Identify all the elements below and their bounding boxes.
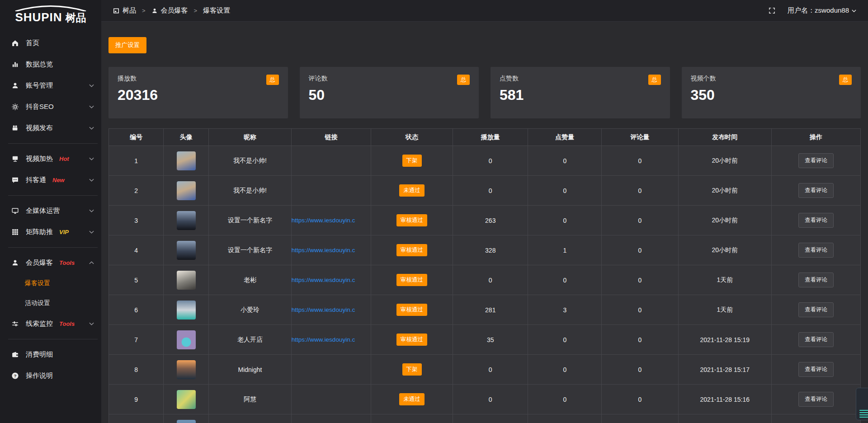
svg-text:?: ?	[14, 373, 16, 378]
video-link[interactable]: https://www.iesdouyin.c	[292, 277, 355, 283]
user-icon	[151, 8, 158, 14]
sidebar-item-consumption-detail[interactable]: 消费明细	[0, 344, 101, 365]
screen-icon	[11, 155, 19, 163]
breadcrumb-separator: >	[142, 7, 146, 14]
video-link[interactable]: https://www.iesdouyin.c	[292, 306, 355, 313]
menu-divider	[8, 143, 98, 144]
nickname: Midnight	[209, 355, 292, 385]
table-row: 2 我不是小帅! 未通过 0 0 0 20小时前 查看评论	[109, 176, 860, 206]
column-header-time: 发布时间	[679, 129, 772, 146]
column-header-comments: 评论量	[602, 129, 679, 146]
sidebar-item-account[interactable]: 账号管理	[0, 75, 101, 96]
chat-icon	[11, 176, 19, 184]
stat-value: 581	[500, 87, 661, 103]
comments-count: 0	[602, 265, 679, 295]
row-id	[109, 414, 164, 423]
status-badge: 未通过	[399, 184, 425, 197]
video-link[interactable]: https://www.iesdouyin.c	[292, 217, 355, 224]
column-header-link: 链接	[292, 129, 371, 146]
sidebar-item-clue-monitor[interactable]: 线索监控 Tools	[0, 313, 101, 334]
stat-label: 视频个数	[691, 75, 716, 83]
promo-settings-button[interactable]: 推广设置	[108, 37, 146, 53]
sidebar-item-douketong[interactable]: 抖客通 New	[0, 169, 101, 191]
nickname: 阿慧	[209, 385, 292, 414]
plays-count: 0	[453, 146, 528, 176]
fullscreen-icon[interactable]	[768, 7, 776, 14]
view-comments-button[interactable]: 查看评论	[798, 153, 834, 168]
row-id: 6	[109, 295, 164, 325]
nickname: 设置一个新名字	[209, 235, 292, 265]
view-comments-button[interactable]: 查看评论	[798, 213, 834, 228]
comments-count: 0	[602, 146, 679, 176]
view-comments-button[interactable]: 查看评论	[798, 183, 834, 198]
likes-count	[528, 414, 602, 423]
table-row: 8 Midnight 下架 0 0 0 2021-11-28 15:17 查看评…	[109, 355, 860, 385]
view-comments-button[interactable]: 查看评论	[798, 273, 834, 287]
view-comments-button[interactable]: 查看评论	[798, 362, 834, 377]
plays-count: 281	[453, 295, 528, 325]
publish-time: 2021-11-28 15:17	[679, 355, 772, 385]
avatar	[177, 330, 196, 349]
breadcrumb-item-member-baoke[interactable]: 会员爆客	[151, 6, 188, 15]
video-link[interactable]: https://www.iesdouyin.c	[292, 247, 355, 254]
publish-time: 20小时前	[679, 206, 772, 235]
table-header: 编号 头像 昵称 链接 状态 播放量 点赞量 评论量 发布时间 操作	[109, 129, 860, 146]
column-header-action: 操作	[772, 129, 860, 146]
sidebar-item-home[interactable]: 首页	[0, 33, 101, 54]
status-badge: 下架	[402, 363, 422, 376]
user-menu[interactable]: 用户名：zswodun88	[788, 6, 856, 15]
sidebar-item-video-publish[interactable]: 视频发布	[0, 118, 101, 139]
view-comments-button[interactable]: 查看评论	[798, 332, 834, 347]
likes-count: 0	[528, 355, 602, 385]
sidebar-subitem-activity-settings[interactable]: 活动设置	[0, 293, 101, 313]
avatar	[177, 181, 196, 200]
sidebar: SHUPIN 树品 首页 数据总览 账号管理 抖音SEO	[0, 0, 101, 423]
table-row: 9 阿慧 未通过 0 0 0 2021-11-28 15:16 查看评论	[109, 385, 860, 414]
video-camera-icon	[11, 124, 19, 132]
comments-count: 0	[602, 325, 679, 355]
sidebar-item-instructions[interactable]: ? 操作说明	[0, 365, 101, 386]
video-link[interactable]: https://www.iesdouyin.c	[292, 336, 355, 343]
table-row: 3 设置一个新名字 https://www.iesdouyin.c 审核通过 2…	[109, 206, 860, 235]
sidebar-item-data-overview[interactable]: 数据总览	[0, 54, 101, 75]
status-badge: 审核通过	[396, 214, 427, 226]
brand-name-en: SHUPIN	[15, 10, 62, 24]
view-comments-button[interactable]: 查看评论	[798, 243, 834, 258]
sidebar-item-video-heat[interactable]: 视频加热 Hot	[0, 148, 101, 169]
chevron-down-icon	[89, 322, 94, 325]
chat-widget[interactable]	[856, 388, 868, 420]
column-header-nickname: 昵称	[209, 129, 292, 146]
avatar	[177, 390, 196, 409]
plays-count: 35	[453, 325, 528, 355]
breadcrumb: 树品 > 会员爆客 > 爆客设置	[113, 6, 230, 15]
avatar	[177, 151, 196, 170]
user-icon	[11, 259, 19, 267]
bar-chart-icon	[11, 61, 19, 69]
menu-divider	[8, 195, 98, 196]
chevron-down-icon	[89, 127, 94, 130]
sidebar-item-matrix-boost[interactable]: 矩阵助推 VIP	[0, 221, 101, 243]
view-comments-button[interactable]: 查看评论	[798, 302, 834, 317]
username-label: 用户名：zswodun88	[788, 6, 849, 15]
status-badge: 下架	[402, 155, 422, 167]
plays-count: 0	[453, 385, 528, 414]
sidebar-item-douyin-seo[interactable]: 抖音SEO	[0, 96, 101, 118]
plays-count	[453, 414, 528, 423]
stat-label: 评论数	[309, 75, 328, 83]
chevron-down-icon	[89, 84, 94, 87]
total-badge: 总	[839, 75, 852, 85]
avatar	[177, 241, 196, 260]
breadcrumb-item-baoke-settings[interactable]: 爆客设置	[203, 6, 230, 15]
chevron-down-icon	[89, 105, 94, 108]
stat-value: 350	[691, 87, 852, 103]
stat-label: 播放数	[118, 75, 137, 83]
publish-time	[679, 414, 772, 423]
table-row	[109, 414, 860, 423]
sidebar-item-all-media[interactable]: 全媒体运营	[0, 200, 101, 221]
sidebar-item-member-baoke[interactable]: 会员爆客 Tools	[0, 252, 101, 273]
view-comments-button[interactable]: 查看评论	[798, 392, 834, 407]
publish-time: 20小时前	[679, 235, 772, 265]
sidebar-menu: 首页 数据总览 账号管理 抖音SEO 视频发布	[0, 26, 101, 386]
breadcrumb-item-shupin[interactable]: 树品	[113, 6, 136, 15]
sidebar-subitem-baoke-settings[interactable]: 爆客设置	[0, 273, 101, 293]
